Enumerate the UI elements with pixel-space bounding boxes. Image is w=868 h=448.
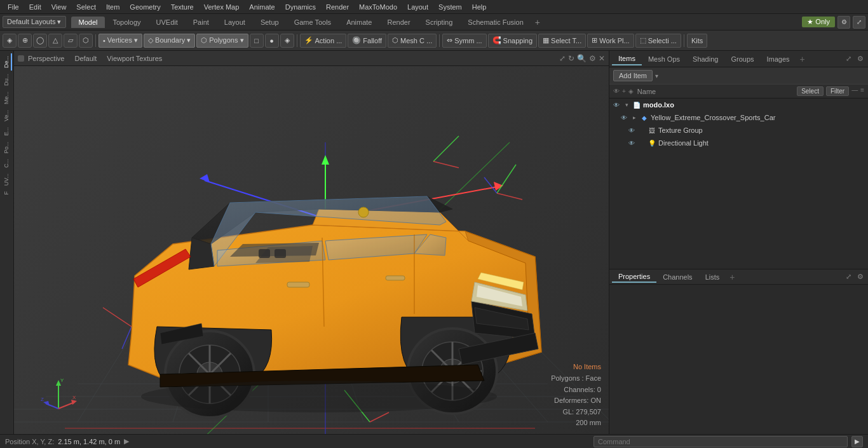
panel-expand-icon[interactable]: ⤢	[844, 53, 853, 64]
menu-vertex-map[interactable]: Vertex Map	[199, 2, 245, 12]
sidebar-tab-e[interactable]: E...	[2, 125, 12, 139]
select-btn[interactable]: Select	[797, 86, 824, 96]
viewport[interactable]: Perspective Default Viewport Textures ⤢ …	[14, 51, 609, 434]
polygons-btn[interactable]: ⬡ Polygons ▾	[196, 34, 248, 48]
kits-btn[interactable]: Kits	[687, 34, 707, 48]
star-only-btn[interactable]: ★ Only	[802, 17, 835, 27]
visibility-col-icon[interactable]: 👁	[613, 88, 620, 95]
panel-tab-images[interactable]: Images	[761, 53, 796, 65]
prop-tab-lists[interactable]: Lists	[699, 272, 726, 282]
falloff-btn[interactable]: 🔘 Falloff	[348, 34, 386, 48]
layout-tab-animate[interactable]: Animate	[339, 17, 379, 28]
mode-square-btn[interactable]: □	[250, 34, 264, 48]
mesh-btn[interactable]: ⬡ Mesh C ...	[388, 34, 437, 48]
layout-tab-layout[interactable]: Layout	[217, 17, 253, 28]
prop-settings-icon[interactable]: ⚙	[855, 271, 865, 282]
menu-view[interactable]: View	[46, 2, 72, 12]
layout-tab-render[interactable]: Render	[379, 17, 417, 28]
tool-snap[interactable]: ◯	[33, 34, 47, 48]
add-col-icon[interactable]: +	[622, 88, 626, 95]
menu-select[interactable]: Select	[71, 2, 101, 12]
sidebar-tab-uv[interactable]: UV...	[2, 171, 12, 188]
layout-tab-paint[interactable]: Paint	[186, 17, 217, 28]
tool-angle[interactable]: △	[48, 34, 62, 48]
layout-dropdown[interactable]: Default Layouts ▾	[3, 16, 66, 28]
prop-expand-icon[interactable]: ⤢	[844, 271, 853, 282]
menu-item[interactable]: Item	[101, 2, 125, 12]
menu-help[interactable]: Help	[467, 2, 492, 12]
snap-diamond-btn[interactable]: ◈	[280, 34, 294, 48]
panel-tab-mesh-ops[interactable]: Mesh Ops	[642, 53, 686, 65]
menu-texture[interactable]: Texture	[166, 2, 199, 12]
add-item-btn[interactable]: Add Item	[613, 70, 653, 81]
snapping-btn[interactable]: 🧲 Snapping	[488, 34, 538, 48]
menu-edit[interactable]: Edit	[24, 2, 46, 12]
vertices-btn[interactable]: • Vertices ▾	[98, 34, 142, 48]
prop-tab-add[interactable]: +	[726, 272, 738, 282]
items-collapse-icon[interactable]: —	[851, 86, 858, 96]
panel-tab-items[interactable]: Items	[612, 53, 642, 65]
layout-tab-setup[interactable]: Setup	[253, 17, 287, 28]
tool-grid[interactable]: ⊕	[18, 34, 32, 48]
layout-tab-topology[interactable]: Topology	[105, 17, 148, 28]
items-list[interactable]: 👁 ▾ 📄 modo.lxo 👁 ▸ ◆ Yellow_Extreme_Cros…	[609, 98, 868, 269]
layout-expand-icon[interactable]: ⤢	[853, 16, 865, 29]
item-row-texture[interactable]: 👁 ▸ 🖼 Texture Group	[625, 124, 868, 137]
ref-col-icon[interactable]: ◈	[628, 88, 634, 95]
work-pl-btn[interactable]: ⊞ Work Pl...	[587, 34, 634, 48]
panel-tab-groups[interactable]: Groups	[724, 53, 760, 65]
command-input[interactable]	[593, 436, 848, 447]
prop-tab-channels[interactable]: Channels	[656, 272, 698, 282]
command-run-btn[interactable]: ▶	[851, 436, 863, 447]
item-row-car[interactable]: 👁 ▸ ◆ Yellow_Extreme_Crossover_Sports_Ca…	[617, 111, 868, 124]
layout-tab-game-tools[interactable]: Game Tools	[287, 17, 339, 28]
menu-layout[interactable]: Layout	[402, 2, 433, 12]
menu-system[interactable]: System	[433, 2, 467, 12]
menu-render[interactable]: Render	[321, 2, 354, 12]
menu-dynamics[interactable]: Dynamics	[280, 2, 321, 12]
sidebar-tab-dup[interactable]: Du...	[2, 71, 12, 88]
sidebar-tab-vertex[interactable]: Ve...	[2, 107, 12, 124]
sidebar-tab-f[interactable]: F	[2, 189, 12, 198]
paint-dot-btn[interactable]: ●	[265, 34, 279, 48]
layout-tab-schematic[interactable]: Schematic Fusion	[460, 17, 531, 28]
sidebar-tab-mesh[interactable]: Me...	[2, 89, 12, 107]
action-btn[interactable]: ⚡ Action ...	[300, 34, 347, 48]
panel-tab-add[interactable]: +	[796, 54, 809, 64]
layout-tab-scripting[interactable]: Scripting	[418, 17, 461, 28]
menu-maxtomodo[interactable]: MaxToModo	[354, 2, 402, 12]
filter-btn[interactable]: Filter	[826, 86, 849, 96]
item-visibility-root[interactable]: 👁	[612, 100, 621, 109]
item-visibility-texture[interactable]: 👁	[627, 126, 636, 135]
viewport-gear-icon[interactable]: ⚙	[589, 54, 596, 63]
viewport-rotate-icon[interactable]: ↻	[568, 54, 574, 63]
item-expand-root[interactable]: ▾	[623, 101, 630, 109]
sidebar-tab-poly[interactable]: Po...	[2, 139, 12, 156]
boundary-btn[interactable]: ◇ Boundary ▾	[144, 34, 195, 48]
item-expand-car[interactable]: ▸	[630, 114, 638, 121]
tool-hex[interactable]: ⬡	[79, 34, 93, 48]
select-t-btn[interactable]: ▦ Select T...	[538, 34, 586, 48]
items-more-icon[interactable]: ≡	[860, 86, 864, 96]
sidebar-tab-c[interactable]: C...	[2, 156, 12, 170]
menu-file[interactable]: File	[3, 2, 24, 12]
item-visibility-car[interactable]: 👁	[620, 113, 628, 122]
symm-btn[interactable]: ⇔ Symm ...	[442, 34, 486, 48]
viewport-close-icon[interactable]: ✕	[599, 54, 605, 63]
viewport-zoom-icon[interactable]: 🔍	[577, 54, 587, 63]
panel-tab-shading[interactable]: Shading	[686, 53, 724, 65]
selecti-btn[interactable]: ⬚ Selecti ...	[635, 34, 681, 48]
layout-settings-icon[interactable]: ⚙	[837, 16, 850, 29]
prop-tab-properties[interactable]: Properties	[612, 271, 656, 283]
item-row-light[interactable]: 👁 ▸ 💡 Directional Light	[625, 137, 868, 149]
item-row-modo-lxo[interactable]: 👁 ▾ 📄 modo.lxo	[609, 98, 868, 111]
menu-geometry[interactable]: Geometry	[125, 2, 165, 12]
layout-tab-add[interactable]: +	[531, 16, 544, 29]
item-visibility-light[interactable]: 👁	[627, 139, 636, 147]
menu-animate[interactable]: Animate	[244, 2, 280, 12]
tool-tri[interactable]: ▱	[64, 34, 78, 48]
layout-tab-uvedit[interactable]: UVEdit	[149, 17, 186, 28]
viewport-arrows-icon[interactable]: ⤢	[559, 54, 566, 63]
tool-select-mode[interactable]: ◈	[3, 34, 17, 48]
sidebar-tab-default[interactable]: De...	[2, 53, 12, 71]
